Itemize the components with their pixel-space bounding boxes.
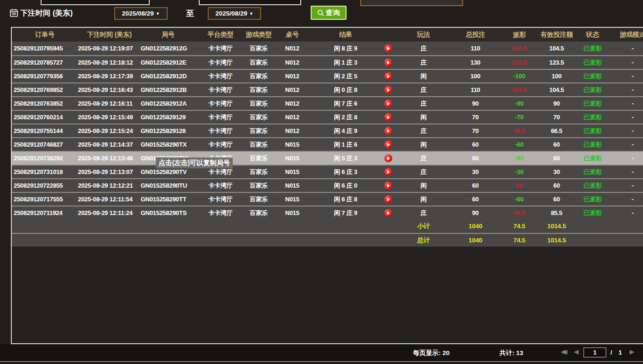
cutoff-input-middle[interactable] xyxy=(199,0,301,5)
col-header-valid-bet: 有效投注额 xyxy=(537,28,576,41)
order-number-cell: 250829120779356 xyxy=(12,70,78,83)
replay-play-icon[interactable] xyxy=(384,154,392,162)
cutoff-input-left[interactable] xyxy=(41,0,150,5)
order-number-cell: 250829120717555 xyxy=(12,193,78,206)
col-header-play: 玩法 xyxy=(398,28,449,41)
game-type-cell: 百家乐 xyxy=(245,193,272,206)
table-row[interactable]: 250829120746827 2025-08-29 12:14:37 GN01… xyxy=(12,137,643,151)
valid-bet-cell: 104.5 xyxy=(537,41,576,55)
order-number-cell: 250829120760214 xyxy=(12,111,78,124)
game-type-cell: 百家乐 xyxy=(245,124,272,137)
round-number-cell[interactable]: GN0122582912D xyxy=(141,70,195,83)
round-number-cell[interactable]: GN0122582912E xyxy=(141,56,195,69)
order-number-cell: 250829120711924 xyxy=(12,207,78,219)
order-number-cell: 250829120746827 xyxy=(12,138,78,151)
round-number-cell[interactable]: GN015258290TX xyxy=(141,138,195,151)
replay-cell xyxy=(379,124,398,137)
round-number-cell[interactable]: GN0122582912G xyxy=(141,41,195,55)
result-cell: 闲 2 庄 5 xyxy=(313,70,379,83)
replay-play-icon[interactable] xyxy=(384,168,392,176)
filter-bar: 下注时间 (美东) 2025/08/29 ▼ 至 2025/08/29 ▼ 查询 xyxy=(0,6,643,25)
table-number-cell: N012 xyxy=(272,56,313,69)
total-bet-cell: 110 xyxy=(449,83,501,96)
game-mode-cell: - xyxy=(609,152,643,165)
replay-cell xyxy=(379,111,398,124)
round-number-cell[interactable]: GN0122582912B xyxy=(141,83,195,96)
status-cell: 已派彩 xyxy=(576,70,609,83)
date-from-value: 2025/08/29 xyxy=(122,10,154,17)
replay-play-icon[interactable] xyxy=(384,113,392,121)
result-cell: 闲 1 庄 3 xyxy=(313,56,379,69)
table-row[interactable]: 250829120795945 2025-08-29 12:19:07 GN01… xyxy=(12,41,643,55)
round-number-cell[interactable]: GN015258290TS xyxy=(141,207,195,219)
table-row[interactable]: 250829120769852 2025-08-29 12:16:43 GN01… xyxy=(12,83,643,96)
table-row[interactable]: 250829120779356 2025-08-29 12:17:39 GN01… xyxy=(12,69,643,83)
total-row: 总计 1040 74.5 1014.5 xyxy=(12,233,643,247)
bet-time-cell: 2025-08-29 12:16:43 xyxy=(78,83,141,96)
play-type-cell: 庄 xyxy=(398,83,449,96)
play-type-cell: 庄 xyxy=(398,97,449,110)
order-number-cell: 250829120738292 xyxy=(12,152,78,165)
table-row[interactable]: 250829120722855 2025-08-29 12:12:21 GN01… xyxy=(12,178,643,192)
table-header-row: 订单号 下注时间 (美东) 局号 平台类型 游戏类型 桌号 结果 玩法 总投注 … xyxy=(12,28,643,41)
replay-cell xyxy=(379,193,398,206)
bet-time-cell: 2025-08-29 12:15:24 xyxy=(78,124,141,137)
replay-play-icon[interactable] xyxy=(384,58,392,66)
result-cell: 闲 6 庄 3 xyxy=(313,165,379,178)
query-button[interactable]: 查询 xyxy=(311,6,347,20)
round-number-cell[interactable]: GN015258290TT xyxy=(141,193,195,206)
bet-time-cell: 2025-08-29 12:14:37 xyxy=(78,138,141,151)
date-to-picker[interactable]: 2025/08/29 ▼ xyxy=(208,7,261,20)
next-page-icon[interactable]: ▶ xyxy=(630,348,634,355)
game-mode-cell: - xyxy=(609,41,643,55)
prev-page-icon[interactable]: ◀ xyxy=(574,348,578,355)
replay-play-icon[interactable] xyxy=(384,99,392,108)
table-row[interactable]: 250829120755144 2025-08-29 12:15:24 GN01… xyxy=(12,124,643,137)
bet-time-cell: 2025-08-29 12:16:11 xyxy=(78,97,141,110)
round-number-cell[interactable]: GN015258290TU xyxy=(141,179,195,192)
bet-time-cell: 2025-08-29 12:13:46 xyxy=(78,152,141,165)
status-cell: 已派彩 xyxy=(576,41,609,55)
payout-cell: 104.5 xyxy=(501,83,537,96)
result-cell: 闲 4 庄 9 xyxy=(313,124,379,137)
date-from-picker[interactable]: 2025/08/29 ▼ xyxy=(114,7,168,20)
table-row[interactable]: 250829120738292 2025-08-29 12:13:46 GN01… xyxy=(12,151,643,165)
game-mode-cell: - xyxy=(609,179,643,192)
replay-cell xyxy=(379,165,398,178)
table-row[interactable]: 250829120717555 2025-08-29 12:11:54 GN01… xyxy=(12,192,643,206)
table-row[interactable]: 250829120763852 2025-08-29 12:16:11 GN01… xyxy=(12,96,643,110)
total-bet-cell: 90 xyxy=(449,207,501,219)
replay-play-icon[interactable] xyxy=(384,182,392,190)
replay-cell xyxy=(379,70,398,83)
table-row[interactable]: 250829120711924 2025-08-29 12:11:24 GN01… xyxy=(12,206,643,219)
round-number-cell[interactable]: GN0122582912A xyxy=(141,97,195,110)
status-cell: 已派彩 xyxy=(576,165,609,178)
round-number-cell[interactable]: GN01225829129 xyxy=(141,111,195,124)
bet-time-cell: 2025-08-29 12:13:07 xyxy=(78,165,141,178)
subtotal-row: 小计 1040 74.5 1014.5 xyxy=(12,219,643,233)
first-page-icon[interactable]: ◀◀ xyxy=(561,348,565,355)
replay-play-icon[interactable] xyxy=(384,127,392,135)
per-page-label: 每页显示: 20 xyxy=(413,349,449,357)
play-type-cell: 庄 xyxy=(398,124,449,137)
total-count-label: 共计: 13 xyxy=(499,349,523,357)
result-cell: 闲 7 庄 9 xyxy=(313,207,379,219)
replay-play-icon[interactable] xyxy=(384,86,392,94)
replay-play-icon[interactable] xyxy=(384,72,392,80)
page-number-input[interactable] xyxy=(584,347,606,357)
replay-play-icon[interactable] xyxy=(384,44,392,52)
replay-play-icon[interactable] xyxy=(384,209,392,217)
replay-play-icon[interactable] xyxy=(384,195,392,203)
replay-cell xyxy=(379,152,398,165)
game-type-cell: 百家乐 xyxy=(245,138,272,151)
table-number-cell: N015 xyxy=(272,165,313,178)
table-row[interactable]: 250829120785727 2025-08-29 12:18:12 GN01… xyxy=(12,55,643,69)
status-cell: 已派彩 xyxy=(576,193,609,206)
replay-play-icon[interactable] xyxy=(384,141,392,149)
round-number-cell[interactable]: GN01225829128 xyxy=(141,124,195,137)
payout-cell: -100 xyxy=(501,70,537,83)
table-row[interactable]: 250829120731018 2025-08-29 12:13:07 GN01… xyxy=(12,165,643,178)
table-row[interactable]: 250829120760214 2025-08-29 12:15:49 GN01… xyxy=(12,110,643,124)
col-header-round: 局号 xyxy=(141,28,195,41)
col-header-platform: 平台类型 xyxy=(195,28,245,41)
